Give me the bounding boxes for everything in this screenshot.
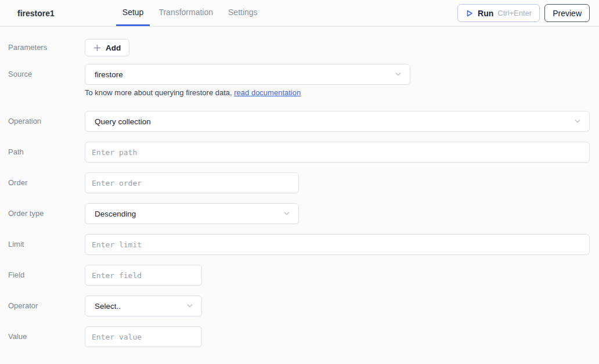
tab-setup[interactable]: Setup xyxy=(116,0,150,26)
add-parameter-button[interactable]: Add xyxy=(85,39,129,56)
field-label: Field xyxy=(8,265,85,286)
limit-label: Limit xyxy=(8,234,85,255)
field-input[interactable] xyxy=(85,265,202,286)
parameters-label: Parameters xyxy=(8,39,85,56)
run-button[interactable]: Run Ctrl+Enter xyxy=(457,4,540,22)
form-row-order-type: Order type Descending xyxy=(8,203,590,224)
value-label: Value xyxy=(8,326,85,347)
source-select[interactable]: firestore xyxy=(85,64,410,85)
operation-select[interactable]: Query collection xyxy=(85,111,590,132)
tab-bar: Setup Transformation Settings xyxy=(116,0,266,26)
preview-button[interactable]: Preview xyxy=(544,4,590,22)
add-parameter-label: Add xyxy=(106,44,121,52)
plus-icon xyxy=(93,44,101,52)
order-type-select-value: Descending xyxy=(95,210,136,218)
tab-transformation[interactable]: Transformation xyxy=(152,0,219,26)
form-row-value: Value xyxy=(8,326,590,347)
chevron-down-icon xyxy=(394,70,402,78)
run-shortcut-hint: Ctrl+Enter xyxy=(497,9,532,17)
query-setup-form: Parameters Add Source firestore To know … xyxy=(0,27,599,347)
query-title: firestore1 xyxy=(17,9,55,18)
operation-select-value: Query collection xyxy=(95,117,151,126)
order-type-select[interactable]: Descending xyxy=(85,203,299,224)
path-input[interactable] xyxy=(85,142,590,163)
source-label: Source xyxy=(8,64,85,97)
operation-label: Operation xyxy=(8,111,85,132)
order-label: Order xyxy=(8,172,85,193)
source-helper-text: To know more about querying firestore da… xyxy=(85,88,410,97)
play-icon xyxy=(466,9,474,17)
chevron-down-icon xyxy=(573,117,582,125)
source-select-value: firestore xyxy=(95,70,123,79)
form-row-operation: Operation Query collection xyxy=(8,111,590,132)
form-row-order: Order xyxy=(8,172,590,193)
run-button-label: Run xyxy=(478,9,493,18)
path-label: Path xyxy=(8,142,85,163)
header-actions: Run Ctrl+Enter Preview xyxy=(457,4,590,22)
order-input[interactable] xyxy=(85,172,299,193)
operator-label: Operator xyxy=(8,295,85,316)
preview-button-label: Preview xyxy=(553,9,582,18)
chevron-down-icon xyxy=(283,210,291,218)
chevron-down-icon xyxy=(186,302,194,310)
value-input[interactable] xyxy=(85,326,202,347)
form-row-limit: Limit xyxy=(8,234,590,255)
operator-select[interactable]: Select.. xyxy=(85,295,202,316)
operator-select-value: Select.. xyxy=(95,302,121,311)
tab-setup-label: Setup xyxy=(122,8,144,17)
form-row-operator: Operator Select.. xyxy=(8,295,590,316)
form-row-path: Path xyxy=(8,142,590,163)
read-documentation-link[interactable]: read documentation xyxy=(234,88,301,97)
limit-input[interactable] xyxy=(85,234,590,255)
tab-settings-label: Settings xyxy=(228,8,258,17)
source-helper-prefix: To know more about querying firestore da… xyxy=(85,88,234,97)
form-row-source: Source firestore To know more about quer… xyxy=(8,64,590,97)
form-row-parameters: Parameters Add xyxy=(8,39,590,56)
order-type-label: Order type xyxy=(8,203,85,224)
query-editor-header: firestore1 Setup Transformation Settings… xyxy=(0,0,599,27)
tab-transformation-label: Transformation xyxy=(158,8,213,17)
tab-settings[interactable]: Settings xyxy=(222,0,264,26)
form-row-field: Field xyxy=(8,265,590,286)
